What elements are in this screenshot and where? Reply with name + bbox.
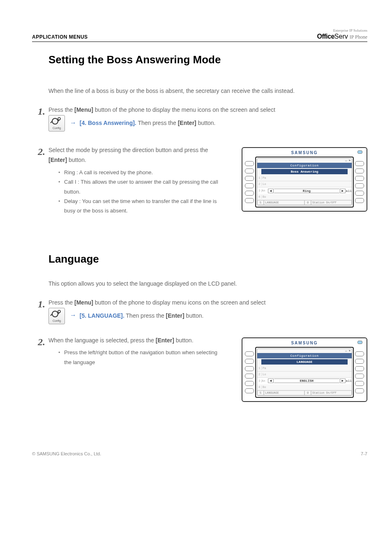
row-text: Lo — [262, 182, 342, 186]
svg-point-0 — [52, 118, 58, 124]
brand-serv: Serv — [334, 33, 348, 40]
side-button[interactable] — [355, 366, 364, 371]
section2-intro: This option allows you to select the lan… — [48, 279, 367, 288]
screen-selector[interactable]: 3 An ◄ ENGLISH ► all — [257, 378, 352, 384]
side-button[interactable] — [355, 191, 364, 196]
row-num: 4 — [257, 385, 262, 389]
phone-brand: SAMSUNG — [245, 150, 364, 157]
section1-step2: 2. Select the mode by pressing the direc… — [48, 145, 367, 216]
side-button[interactable] — [245, 374, 254, 379]
side-button[interactable] — [355, 374, 364, 379]
row-num: 4 — [257, 195, 262, 199]
row-text: Bo — [262, 195, 342, 199]
side-button[interactable] — [355, 388, 364, 393]
t: When the language is selected, press the — [48, 337, 156, 344]
section1-step1-text: Press the [Menu] button of the phone to … — [48, 105, 367, 132]
side-button[interactable] — [245, 161, 254, 166]
t: button. — [67, 157, 86, 163]
phone-left-buttons — [245, 347, 254, 398]
svg-point-2 — [52, 311, 58, 317]
menu-path-boss-answering: [4. Boss Answering]. — [80, 120, 136, 126]
t: button. — [174, 337, 194, 344]
t: Press the — [48, 106, 74, 113]
screen-selector[interactable]: 3 An ◄ Ring ► all — [257, 187, 352, 194]
chevron-left-icon[interactable]: ◄ — [268, 189, 274, 193]
chevron-left-icon[interactable]: ◄ — [268, 379, 274, 383]
chevron-right-icon[interactable]: ► — [340, 189, 346, 193]
side-button[interactable] — [245, 169, 254, 173]
section2-bullet-list: Press the left/right button of the navig… — [58, 348, 225, 367]
table-row: 2 Lo — [257, 181, 352, 187]
section2-step2: 2. When the language is selected, press … — [48, 336, 367, 402]
phone-screen: ▭ ⚑ Configuration Boss Answering 1 Pa 2 … — [255, 157, 354, 208]
table-row: 2 Lo — [257, 372, 352, 378]
side-button[interactable] — [355, 176, 364, 181]
row-num: 1 — [257, 367, 262, 370]
side-button[interactable] — [355, 169, 364, 173]
side-button[interactable] — [245, 176, 254, 181]
header-left-text: APPLICATION MENUS — [32, 34, 88, 40]
row-text: An — [262, 189, 267, 192]
page-footer: © SAMSUNG Electronics Co., Ltd. 7-7 — [32, 451, 367, 456]
phone-brand-label: SAMSUNG — [291, 341, 318, 345]
menu-key-label: [Menu] — [74, 299, 93, 306]
row-text: An — [262, 379, 267, 383]
side-button[interactable] — [245, 388, 254, 393]
side-button[interactable] — [245, 351, 254, 356]
screen-status-icons: ▭ ⚑ — [257, 159, 352, 163]
side-button[interactable] — [245, 359, 254, 364]
foot-left: LANGUAGE — [264, 200, 304, 205]
phone-right-buttons — [355, 157, 364, 208]
t: Press the — [48, 299, 74, 306]
foot-num: 5 — [257, 390, 264, 395]
side-button[interactable] — [355, 381, 364, 386]
foot-num: 0 — [304, 200, 311, 205]
row-text: Pa — [262, 176, 342, 180]
row-num: 3 — [257, 379, 262, 383]
phone-preview-boss: SAMSUNG ▭ ⚑ Configu — [242, 147, 367, 212]
screen-footer: 5 LANGUAGE 0 Station On/Off — [257, 200, 352, 205]
chevron-right-icon[interactable]: ► — [340, 379, 346, 383]
foot-num: 0 — [304, 390, 311, 395]
side-button[interactable] — [245, 381, 254, 386]
side-button[interactable] — [245, 198, 254, 203]
t: button of the phone to display the menu … — [93, 106, 275, 113]
side-button[interactable] — [355, 198, 364, 203]
config-icon: Config — [48, 308, 65, 324]
screen-footer: 5 LANGUAGE 0 Station On/Off — [257, 390, 352, 395]
foot-left: LANGUAGE — [264, 390, 304, 395]
foot-right: Station On/Off — [311, 390, 352, 395]
phone-right-buttons — [355, 347, 364, 398]
step-number-2: 2. — [38, 337, 45, 348]
list-item: Call I : This allows the user to answer … — [58, 177, 225, 196]
side-button[interactable] — [355, 351, 364, 356]
config-icon: Config — [48, 115, 65, 132]
side-button[interactable] — [245, 366, 254, 371]
section2-title: Language — [48, 253, 367, 265]
list-item: Press the left/right button of the navig… — [58, 348, 225, 367]
phone-screen: ▭ ⚑ Configuration LANGUAGE 1 Pa 2 — [255, 347, 354, 398]
enter-key-label: [Enter] — [178, 120, 196, 126]
selector-value: Ring — [274, 189, 339, 193]
brand-tagline: Enterprise IP Solutions — [317, 29, 367, 33]
list-item: Ring : A call is received by the phone. — [58, 168, 225, 177]
screen-status-icons: ▭ ⚑ — [257, 349, 352, 353]
screen-band: LANGUAGE — [261, 359, 348, 365]
side-button[interactable] — [355, 161, 364, 166]
step-number-2: 2. — [38, 146, 45, 157]
side-button[interactable] — [245, 183, 254, 188]
table-row: 1 Pa — [257, 365, 352, 372]
phone-brand: SAMSUNG — [245, 340, 364, 347]
section1-step1: 1. Press the [Menu] button of the phone … — [48, 105, 367, 132]
side-button[interactable] — [245, 191, 254, 196]
step-number-1: 1. — [38, 299, 45, 310]
row-text: Lo — [262, 373, 342, 376]
side-button[interactable] — [355, 183, 364, 188]
menu-key-label: [Menu] — [74, 106, 93, 113]
phone-brand-label: SAMSUNG — [291, 150, 318, 155]
side-button[interactable] — [355, 359, 364, 364]
section2-step2-text: When the language is selected, press the… — [48, 336, 225, 346]
section1-intro: When the line of a boss is busy or the b… — [48, 87, 367, 95]
list-item: Delay : You can set the time when to tra… — [58, 196, 225, 216]
config-icon-label: Config — [49, 126, 65, 131]
